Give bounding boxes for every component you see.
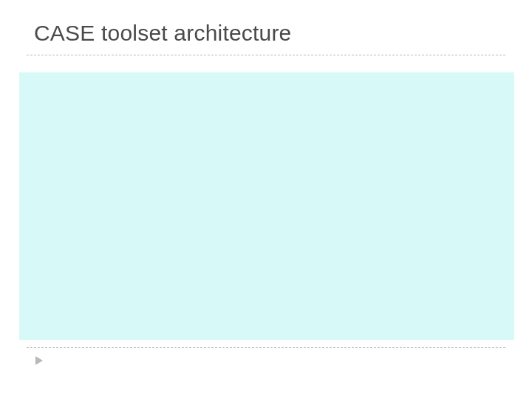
play-icon	[35, 356, 43, 365]
content-area	[19, 72, 514, 340]
divider-bottom	[27, 347, 505, 348]
slide: CASE toolset architecture	[0, 0, 532, 399]
divider-top	[27, 55, 505, 55]
slide-title: CASE toolset architecture	[34, 21, 292, 46]
